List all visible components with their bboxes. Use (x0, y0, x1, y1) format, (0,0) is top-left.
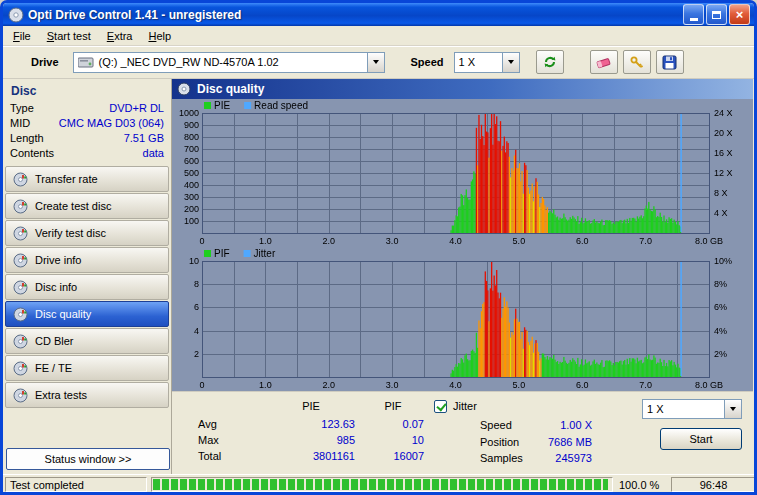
disc-icon (13, 199, 28, 214)
disc-info-contents: Contentsdata (3, 146, 171, 161)
disc-quality-icon (177, 82, 191, 96)
progress-percent: 100.0 % (619, 479, 659, 491)
sidebar-item-disc-quality[interactable]: Disc quality (5, 301, 169, 327)
window-title: Opti Drive Control 1.41 - unregistered (28, 8, 683, 22)
disc-icon (13, 172, 28, 187)
menu-extra[interactable]: Extra (99, 28, 141, 44)
license-keys-button[interactable] (623, 50, 651, 74)
menu-bar: File Start test Extra Help (3, 26, 754, 46)
disc-section-header: Disc (3, 79, 171, 101)
disc-icon (13, 280, 28, 295)
eraser-icon (596, 54, 612, 70)
disc-icon (13, 388, 28, 403)
speed-select[interactable]: 1 X (454, 52, 520, 73)
drive-select[interactable]: (Q:) _NEC DVD_RW ND-4570A 1.02 (73, 52, 385, 73)
drive-value: (Q:) _NEC DVD_RW ND-4570A 1.02 (99, 56, 279, 68)
samples-value: 245973 (522, 452, 592, 464)
minimize-button[interactable] (683, 4, 704, 25)
pif-column-header: PIF (362, 400, 424, 412)
speed-select-secondary-arrow[interactable] (724, 400, 741, 418)
progress-fill (153, 479, 608, 490)
save-button[interactable] (656, 50, 684, 74)
erase-disc-button[interactable] (590, 50, 618, 74)
speed-select-secondary-value: 1 X (643, 403, 724, 415)
app-window: Opti Drive Control 1.41 - unregistered ×… (0, 0, 757, 495)
refresh-drives-button[interactable] (536, 50, 564, 74)
menu-help[interactable]: Help (140, 28, 179, 44)
status-window-button[interactable]: Status window >> (6, 448, 170, 470)
drive-bar: Drive (Q:) _NEC DVD_RW ND-4570A 1.02 Spe… (3, 46, 754, 79)
close-button[interactable]: × (729, 4, 750, 25)
disc-icon (13, 334, 28, 349)
sidebar-item-create-test-disc[interactable]: Create test disc (5, 193, 169, 219)
floppy-icon (662, 55, 677, 70)
sidebar-item-disc-info[interactable]: Disc info (5, 274, 169, 300)
main-panel: Disc quality PIE PIF Avg 123.63 0.07 Max… (172, 79, 753, 474)
drive-label: Drive (31, 56, 59, 68)
disc-info-mid: MIDCMC MAG D03 (064) (3, 116, 171, 131)
sidebar-buttons: Transfer rateCreate test discVerify test… (3, 166, 171, 408)
stats-panel: PIE PIF Avg 123.63 0.07 Max 985 10 Total… (172, 391, 753, 475)
check-icon (436, 401, 446, 412)
sidebar-item-drive-info[interactable]: Drive info (5, 247, 169, 273)
sidebar-item-verify-test-disc[interactable]: Verify test disc (5, 220, 169, 246)
jitter-checkbox-label: Jitter (453, 400, 477, 412)
sidebar: Disc TypeDVD+R DL MIDCMC MAG D03 (064) L… (3, 79, 172, 474)
title-bar: Opti Drive Control 1.41 - unregistered × (3, 3, 754, 26)
progress-bar (151, 477, 613, 492)
drive-icon (78, 56, 94, 68)
samples-label: Samples (480, 452, 523, 464)
speed-select-arrow[interactable] (502, 53, 519, 72)
disc-icon (13, 361, 28, 376)
start-button[interactable]: Start (660, 428, 742, 450)
speed-value: 1 X (455, 56, 502, 68)
disc-icon (13, 226, 28, 241)
refresh-icon (542, 54, 558, 70)
disc-info-type: TypeDVD+R DL (3, 101, 171, 116)
maximize-button[interactable] (706, 4, 727, 25)
disc-icon (13, 307, 28, 322)
speed-stat-value: 1.00 X (532, 419, 592, 431)
sidebar-item-fe-te[interactable]: FE / TE (5, 355, 169, 381)
disc-info-length: Length7.51 GB (3, 131, 171, 146)
disc-icon (13, 253, 28, 268)
status-bar: Test completed 100.0 % 96:48 (3, 474, 754, 495)
pie-column-header: PIE (267, 400, 355, 412)
sidebar-item-extra-tests[interactable]: Extra tests (5, 382, 169, 408)
status-text: Test completed (5, 477, 147, 492)
drive-select-arrow[interactable] (367, 53, 384, 72)
stats-row-total: Total 3801161 16007 (172, 450, 753, 464)
speed-label: Speed (411, 56, 444, 68)
jitter-checkbox[interactable] (434, 400, 447, 413)
menu-start-test[interactable]: Start test (39, 28, 99, 44)
disc-quality-header: Disc quality (172, 79, 753, 99)
sidebar-item-cd-bler[interactable]: CD Bler (5, 328, 169, 354)
menu-file[interactable]: File (5, 28, 39, 44)
keys-icon (629, 54, 645, 70)
pie-readspeed-chart (172, 99, 753, 247)
position-value: 7686 MB (522, 436, 592, 448)
pif-jitter-chart (172, 247, 753, 391)
app-disc-icon (8, 7, 24, 23)
sidebar-item-transfer-rate[interactable]: Transfer rate (5, 166, 169, 192)
elapsed-time: 96:48 (671, 477, 756, 492)
position-label: Position (480, 436, 519, 448)
speed-select-secondary[interactable]: 1 X (642, 399, 742, 419)
speed-stat-label: Speed (480, 419, 512, 431)
